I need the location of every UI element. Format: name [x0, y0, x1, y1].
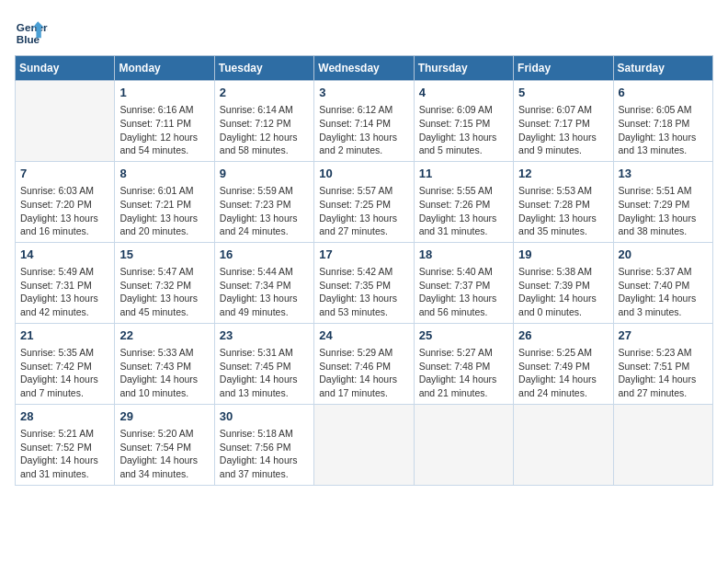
day-number: 15: [119, 247, 209, 263]
calendar-cell: 14Sunrise: 5:49 AM Sunset: 7:31 PM Dayli…: [16, 242, 115, 323]
day-number: 26: [518, 327, 608, 344]
header-tuesday: Tuesday: [214, 56, 313, 81]
day-number: 28: [20, 408, 109, 425]
day-info: Sunrise: 5:57 AM Sunset: 7:25 PM Dayligh…: [319, 184, 408, 238]
day-number: 10: [319, 166, 408, 182]
day-number: 16: [220, 247, 309, 263]
day-info: Sunrise: 5:49 AM Sunset: 7:31 PM Dayligh…: [20, 265, 109, 319]
calendar-cell: 30Sunrise: 5:18 AM Sunset: 7:56 PM Dayli…: [214, 404, 313, 485]
calendar-cell: 5Sunrise: 6:07 AM Sunset: 7:17 PM Daylig…: [514, 81, 613, 162]
day-info: Sunrise: 5:44 AM Sunset: 7:34 PM Dayligh…: [220, 265, 309, 319]
calendar-body: 1Sunrise: 6:16 AM Sunset: 7:11 PM Daylig…: [16, 81, 713, 486]
day-info: Sunrise: 6:12 AM Sunset: 7:14 PM Dayligh…: [319, 103, 408, 157]
day-info: Sunrise: 5:38 AM Sunset: 7:39 PM Dayligh…: [518, 265, 608, 319]
day-info: Sunrise: 6:03 AM Sunset: 7:20 PM Dayligh…: [20, 184, 109, 238]
calendar-cell: [414, 404, 513, 485]
day-info: Sunrise: 5:23 AM Sunset: 7:51 PM Dayligh…: [619, 346, 708, 400]
calendar-table: SundayMondayTuesdayWednesdayThursdayFrid…: [15, 55, 713, 486]
week-row-5: 28Sunrise: 5:21 AM Sunset: 7:52 PM Dayli…: [16, 404, 713, 485]
calendar-cell: 29Sunrise: 5:20 AM Sunset: 7:54 PM Dayli…: [115, 404, 214, 485]
day-info: Sunrise: 5:59 AM Sunset: 7:23 PM Dayligh…: [220, 184, 309, 238]
day-number: 30: [220, 408, 309, 425]
day-number: 3: [319, 85, 408, 101]
day-info: Sunrise: 6:14 AM Sunset: 7:12 PM Dayligh…: [220, 103, 309, 157]
header-wednesday: Wednesday: [314, 56, 414, 81]
calendar-cell: 27Sunrise: 5:23 AM Sunset: 7:51 PM Dayli…: [613, 323, 712, 404]
day-info: Sunrise: 5:37 AM Sunset: 7:40 PM Dayligh…: [619, 265, 708, 319]
day-info: Sunrise: 5:51 AM Sunset: 7:29 PM Dayligh…: [619, 184, 708, 238]
day-info: Sunrise: 5:21 AM Sunset: 7:52 PM Dayligh…: [20, 427, 109, 481]
day-number: 9: [220, 166, 309, 182]
day-number: 21: [20, 327, 109, 344]
calendar-cell: 9Sunrise: 5:59 AM Sunset: 7:23 PM Daylig…: [214, 161, 313, 242]
day-info: Sunrise: 5:18 AM Sunset: 7:56 PM Dayligh…: [220, 427, 309, 481]
day-number: 5: [518, 85, 608, 101]
day-info: Sunrise: 5:33 AM Sunset: 7:43 PM Dayligh…: [119, 346, 209, 400]
day-number: 25: [419, 327, 508, 344]
calendar-cell: 6Sunrise: 6:05 AM Sunset: 7:18 PM Daylig…: [613, 81, 712, 162]
day-info: Sunrise: 5:20 AM Sunset: 7:54 PM Dayligh…: [119, 427, 209, 481]
calendar-cell: 8Sunrise: 6:01 AM Sunset: 7:21 PM Daylig…: [115, 161, 214, 242]
calendar-cell: 20Sunrise: 5:37 AM Sunset: 7:40 PM Dayli…: [613, 242, 712, 323]
day-number: 8: [119, 166, 209, 182]
calendar-cell: [16, 81, 115, 162]
day-number: 27: [619, 327, 708, 344]
day-number: 12: [518, 166, 608, 182]
day-number: 17: [319, 247, 408, 263]
day-number: 4: [419, 85, 508, 101]
calendar-cell: 7Sunrise: 6:03 AM Sunset: 7:20 PM Daylig…: [16, 161, 115, 242]
day-number: 20: [619, 247, 708, 263]
calendar-cell: 25Sunrise: 5:27 AM Sunset: 7:48 PM Dayli…: [414, 323, 513, 404]
day-number: 23: [220, 327, 309, 344]
calendar-cell: 26Sunrise: 5:25 AM Sunset: 7:49 PM Dayli…: [514, 323, 613, 404]
week-row-2: 7Sunrise: 6:03 AM Sunset: 7:20 PM Daylig…: [16, 161, 713, 242]
calendar-cell: [314, 404, 414, 485]
day-number: 2: [220, 85, 309, 101]
calendar-cell: 22Sunrise: 5:33 AM Sunset: 7:43 PM Dayli…: [115, 323, 214, 404]
calendar-cell: 4Sunrise: 6:09 AM Sunset: 7:15 PM Daylig…: [414, 81, 513, 162]
calendar-cell: [514, 404, 613, 485]
calendar-cell: 17Sunrise: 5:42 AM Sunset: 7:35 PM Dayli…: [314, 242, 414, 323]
calendar-cell: [613, 404, 712, 485]
calendar-cell: 2Sunrise: 6:14 AM Sunset: 7:12 PM Daylig…: [214, 81, 313, 162]
day-number: 29: [119, 408, 209, 425]
header-friday: Friday: [514, 56, 613, 81]
day-number: 22: [119, 327, 209, 344]
day-info: Sunrise: 5:27 AM Sunset: 7:48 PM Dayligh…: [419, 346, 508, 400]
day-number: 13: [619, 166, 708, 182]
day-number: 19: [518, 247, 608, 263]
day-info: Sunrise: 6:16 AM Sunset: 7:11 PM Dayligh…: [119, 103, 209, 157]
calendar-cell: 10Sunrise: 5:57 AM Sunset: 7:25 PM Dayli…: [314, 161, 414, 242]
calendar-header-row: SundayMondayTuesdayWednesdayThursdayFrid…: [16, 56, 713, 81]
calendar-cell: 13Sunrise: 5:51 AM Sunset: 7:29 PM Dayli…: [613, 161, 712, 242]
day-number: 1: [119, 85, 209, 101]
logo-icon: General Blue: [15, 15, 48, 48]
calendar-cell: 12Sunrise: 5:53 AM Sunset: 7:28 PM Dayli…: [514, 161, 613, 242]
calendar-cell: 21Sunrise: 5:35 AM Sunset: 7:42 PM Dayli…: [16, 323, 115, 404]
header-monday: Monday: [115, 56, 214, 81]
day-info: Sunrise: 5:40 AM Sunset: 7:37 PM Dayligh…: [419, 265, 508, 319]
day-info: Sunrise: 5:53 AM Sunset: 7:28 PM Dayligh…: [518, 184, 608, 238]
page-header: General Blue: [15, 15, 713, 48]
header-saturday: Saturday: [613, 56, 712, 81]
day-number: 11: [419, 166, 508, 182]
day-number: 24: [319, 327, 408, 344]
logo: General Blue: [15, 15, 48, 48]
week-row-1: 1Sunrise: 6:16 AM Sunset: 7:11 PM Daylig…: [16, 81, 713, 162]
calendar-cell: 16Sunrise: 5:44 AM Sunset: 7:34 PM Dayli…: [214, 242, 313, 323]
calendar-cell: 11Sunrise: 5:55 AM Sunset: 7:26 PM Dayli…: [414, 161, 513, 242]
calendar-cell: 19Sunrise: 5:38 AM Sunset: 7:39 PM Dayli…: [514, 242, 613, 323]
calendar-cell: 15Sunrise: 5:47 AM Sunset: 7:32 PM Dayli…: [115, 242, 214, 323]
calendar-cell: 24Sunrise: 5:29 AM Sunset: 7:46 PM Dayli…: [314, 323, 414, 404]
day-info: Sunrise: 5:55 AM Sunset: 7:26 PM Dayligh…: [419, 184, 508, 238]
week-row-3: 14Sunrise: 5:49 AM Sunset: 7:31 PM Dayli…: [16, 242, 713, 323]
calendar-cell: 1Sunrise: 6:16 AM Sunset: 7:11 PM Daylig…: [115, 81, 214, 162]
calendar-cell: 28Sunrise: 5:21 AM Sunset: 7:52 PM Dayli…: [16, 404, 115, 485]
day-info: Sunrise: 5:25 AM Sunset: 7:49 PM Dayligh…: [518, 346, 608, 400]
day-number: 7: [20, 166, 109, 182]
calendar-cell: 23Sunrise: 5:31 AM Sunset: 7:45 PM Dayli…: [214, 323, 313, 404]
header-sunday: Sunday: [16, 56, 115, 81]
day-number: 18: [419, 247, 508, 263]
day-info: Sunrise: 6:05 AM Sunset: 7:18 PM Dayligh…: [619, 103, 708, 157]
day-info: Sunrise: 5:47 AM Sunset: 7:32 PM Dayligh…: [119, 265, 209, 319]
